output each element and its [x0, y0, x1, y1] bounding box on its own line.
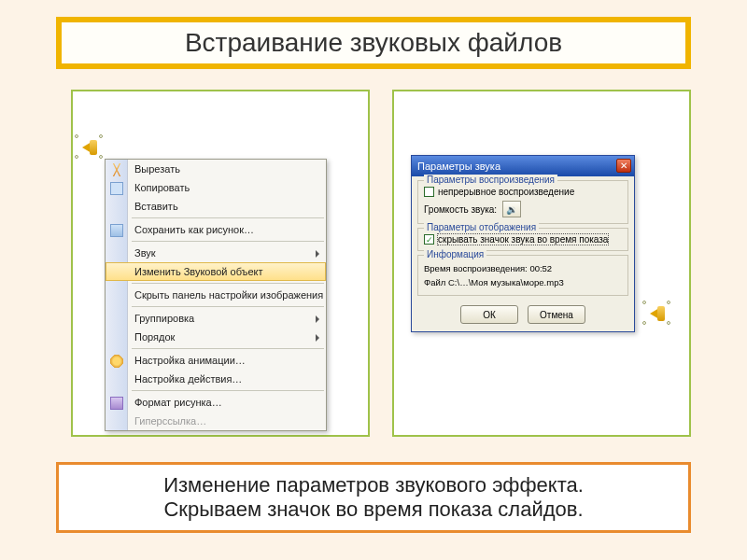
- menu-separator: [132, 348, 324, 349]
- menu-sound[interactable]: Звук: [106, 244, 326, 262]
- sound-clip-icon[interactable]: [648, 304, 674, 325]
- checkbox-icon: [424, 187, 434, 197]
- caption-box: Изменение параметров звукового эффекта. …: [56, 462, 691, 533]
- submenu-arrow-icon: [316, 315, 319, 323]
- menu-separator: [132, 283, 324, 284]
- info-duration: Время воспроизведения: 00:52: [424, 261, 622, 275]
- menu-action-settings[interactable]: Настройка действия…: [106, 370, 326, 388]
- group-label: Параметры отображения: [424, 222, 539, 232]
- checkbox-label: скрывать значок звука во время показа: [438, 234, 608, 245]
- menu-label: Вставить: [134, 201, 178, 212]
- left-slide-panel: Вырезать Копировать Вставить Сохранить к…: [71, 90, 370, 437]
- menu-label: Формат рисунка…: [134, 397, 222, 408]
- info-file: Файл C:\…\Моя музыка\море.mp3: [424, 275, 622, 289]
- checkbox-loop[interactable]: непрерывное воспроизведение: [424, 187, 622, 197]
- menu-label: Вырезать: [134, 163, 180, 175]
- sound-clip-icon[interactable]: [80, 138, 106, 159]
- dialog-button-row: ОК Отмена: [412, 300, 634, 331]
- menu-label: Настройка действия…: [134, 373, 242, 385]
- checkbox-label: непрерывное воспроизведение: [438, 187, 574, 197]
- menu-paste[interactable]: Вставить: [106, 197, 326, 216]
- menu-save-as-picture[interactable]: Сохранить как рисунок…: [106, 220, 326, 239]
- caption-line: Изменение параметров звукового эффекта.: [163, 473, 584, 497]
- menu-hide-image-toolbar[interactable]: Скрыть панель настройки изображения: [106, 286, 326, 304]
- menu-cut[interactable]: Вырезать: [106, 160, 326, 178]
- volume-row: Громкость звука: 🔉: [424, 201, 622, 217]
- copy-icon: [110, 182, 123, 195]
- checkbox-icon: ✓: [424, 234, 434, 245]
- menu-order[interactable]: Порядок: [106, 328, 326, 346]
- group-label: Информация: [424, 249, 486, 259]
- menu-label: Сохранить как рисунок…: [134, 224, 254, 235]
- menu-separator: [132, 390, 324, 391]
- menu-format-picture[interactable]: Формат рисунка…: [106, 393, 326, 412]
- menu-separator: [132, 217, 324, 218]
- menu-custom-animation[interactable]: Настройка анимации…: [106, 351, 326, 370]
- submenu-arrow-icon: [316, 250, 319, 258]
- volume-label: Громкость звука:: [424, 204, 497, 215]
- title-box: Встраивание звуковых файлов: [56, 17, 691, 69]
- sound-options-dialog: Параметры звука ✕ Параметры воспроизведе…: [411, 155, 635, 332]
- volume-button[interactable]: 🔉: [502, 201, 521, 217]
- ok-button[interactable]: ОК: [460, 305, 518, 324]
- menu-label: Гиперссылка…: [134, 415, 206, 427]
- group-display: Параметры отображения ✓ скрывать значок …: [417, 228, 628, 251]
- menu-label: Изменить Звуковой объект: [134, 266, 263, 277]
- format-icon: [110, 397, 123, 410]
- menu-group[interactable]: Группировка: [106, 309, 326, 328]
- menu-label: Скрыть панель настройки изображения: [134, 289, 323, 301]
- menu-edit-sound-object[interactable]: Изменить Звуковой объект: [106, 262, 326, 281]
- group-playback: Параметры воспроизведения непрерывное во…: [417, 180, 628, 224]
- close-button[interactable]: ✕: [616, 159, 631, 173]
- dialog-titlebar[interactable]: Параметры звука ✕: [412, 156, 634, 176]
- save-icon: [110, 224, 123, 237]
- cut-icon: [110, 163, 123, 176]
- menu-label: Группировка: [134, 313, 194, 324]
- checkbox-hide-icon[interactable]: ✓ скрывать значок звука во время показа: [424, 234, 622, 245]
- menu-label: Звук: [134, 247, 156, 259]
- dialog-title: Параметры звука: [417, 161, 500, 172]
- right-slide-panel: Параметры звука ✕ Параметры воспроизведе…: [392, 90, 691, 437]
- menu-label: Копировать: [134, 182, 190, 193]
- cancel-button[interactable]: Отмена: [528, 305, 585, 324]
- menu-label: Настройка анимации…: [134, 355, 246, 366]
- context-menu: Вырезать Копировать Вставить Сохранить к…: [105, 159, 327, 431]
- speaker-icon: 🔉: [506, 204, 517, 215]
- menu-separator: [132, 241, 324, 242]
- group-label: Параметры воспроизведения: [424, 175, 557, 185]
- page-title: Встраивание звуковых файлов: [185, 28, 562, 58]
- menu-separator: [132, 306, 324, 307]
- group-info: Информация Время воспроизведения: 00:52 …: [417, 255, 628, 296]
- menu-copy[interactable]: Копировать: [106, 178, 326, 197]
- caption-line: Скрываем значок во время показа слайдов.: [163, 497, 583, 522]
- submenu-arrow-icon: [316, 334, 319, 342]
- animation-icon: [110, 355, 123, 368]
- menu-hyperlink: Гиперссылка…: [106, 412, 326, 430]
- menu-label: Порядок: [134, 331, 175, 343]
